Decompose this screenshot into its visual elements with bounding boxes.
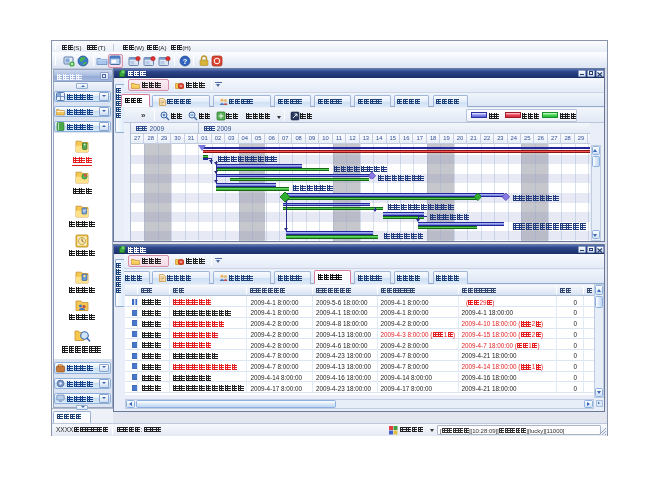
svg-text:?: ? <box>182 56 187 65</box>
